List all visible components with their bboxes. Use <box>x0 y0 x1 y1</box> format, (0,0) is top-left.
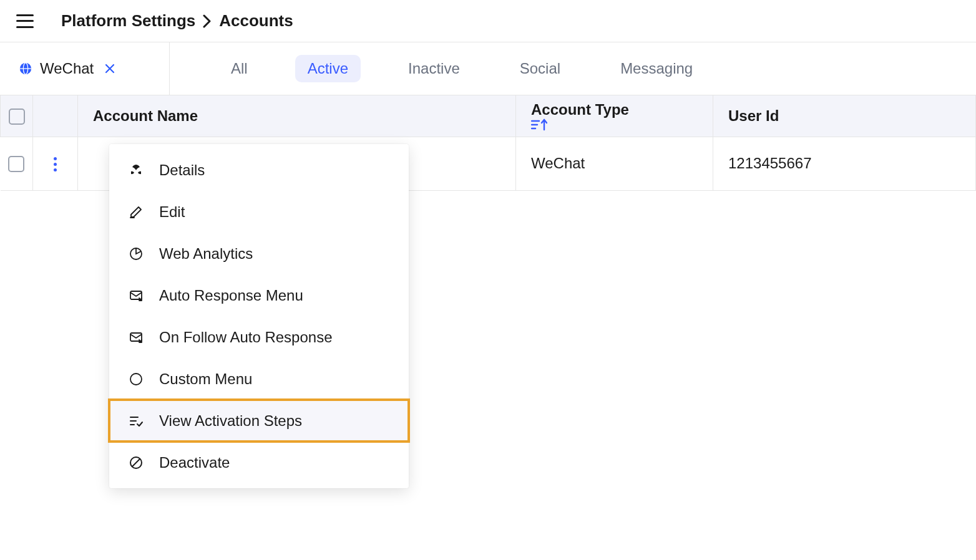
breadcrumb-parent[interactable]: Platform Settings <box>61 11 195 31</box>
subbar: WeChat All Active Inactive Social Messag… <box>0 42 976 95</box>
follow-response-icon <box>128 329 144 345</box>
breadcrumb-current[interactable]: Accounts <box>219 11 293 31</box>
table-wrap: Account Name Account Type User Id <box>0 95 976 191</box>
deactivate-icon <box>128 455 144 471</box>
menu-item-label: Edit <box>159 203 185 221</box>
steps-icon <box>128 413 144 429</box>
header-account-type-label: Account Type <box>531 101 629 118</box>
filter-chip-area: WeChat <box>0 42 170 95</box>
menu-item-label: Details <box>159 162 205 179</box>
globe-icon <box>19 62 32 75</box>
header-checkbox-cell <box>1 95 33 137</box>
header-user-id[interactable]: User Id <box>713 95 976 137</box>
menu-item-deactivate[interactable]: Deactivate <box>109 442 409 483</box>
row-actions-dropdown: Details Edit Web Analytics Auto Response… <box>109 144 409 488</box>
custom-menu-icon <box>128 371 144 387</box>
hamburger-menu-icon[interactable] <box>16 14 34 28</box>
row-actions-cell <box>33 137 78 190</box>
header-account-name[interactable]: Account Name <box>78 95 516 137</box>
header-actions-cell <box>33 95 78 137</box>
menu-item-label: Auto Response Menu <box>159 287 303 304</box>
header-account-type[interactable]: Account Type <box>516 95 713 137</box>
analytics-icon <box>128 246 144 262</box>
filter-tabs: All Active Inactive Social Messaging <box>170 42 705 95</box>
menu-item-details[interactable]: Details <box>109 149 409 191</box>
tab-social[interactable]: Social <box>507 55 573 82</box>
menu-item-web-analytics[interactable]: Web Analytics <box>109 233 409 274</box>
edit-icon <box>128 204 144 220</box>
menu-item-label: Deactivate <box>159 454 230 471</box>
topbar: Platform Settings Accounts <box>0 0 976 42</box>
menu-item-custom-menu[interactable]: Custom Menu <box>109 358 409 400</box>
cell-account-type: WeChat <box>516 137 713 190</box>
menu-item-label: Web Analytics <box>159 245 253 263</box>
menu-item-edit[interactable]: Edit <box>109 191 409 233</box>
auto-response-icon <box>128 287 144 304</box>
menu-item-label: On Follow Auto Response <box>159 329 333 346</box>
filter-chip-wechat: WeChat <box>19 60 115 77</box>
cell-user-id: 1213455667 <box>713 137 976 190</box>
breadcrumb: Platform Settings Accounts <box>61 11 293 31</box>
row-actions-menu-icon[interactable] <box>54 157 57 171</box>
details-icon <box>128 162 144 178</box>
tab-active[interactable]: Active <box>295 55 361 82</box>
filter-chip-label: WeChat <box>40 60 94 77</box>
svg-line-15 <box>132 459 140 466</box>
chevron-right-icon <box>203 14 212 28</box>
row-checkbox-cell <box>1 137 33 190</box>
sort-asc-icon[interactable] <box>531 118 698 131</box>
row-checkbox[interactable] <box>8 156 24 172</box>
menu-item-label: Custom Menu <box>159 370 252 388</box>
menu-item-auto-response[interactable]: Auto Response Menu <box>109 274 409 316</box>
menu-item-follow-auto-response[interactable]: On Follow Auto Response <box>109 316 409 358</box>
tab-messaging[interactable]: Messaging <box>608 55 705 82</box>
tab-inactive[interactable]: Inactive <box>396 55 472 82</box>
tab-all[interactable]: All <box>218 55 260 82</box>
menu-item-label: View Activation Steps <box>159 412 302 430</box>
menu-item-view-activation-steps[interactable]: View Activation Steps <box>109 400 409 442</box>
select-all-checkbox[interactable] <box>9 109 25 125</box>
close-icon[interactable] <box>105 64 115 74</box>
